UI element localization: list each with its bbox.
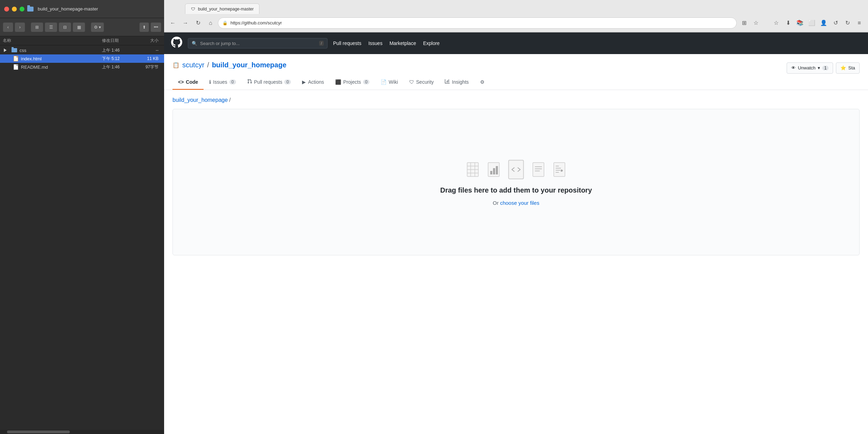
repo-title: 📋 scutcyr / build_your_homepage bbox=[172, 61, 286, 69]
repo-name-link[interactable]: build_your_homepage bbox=[212, 61, 286, 69]
projects-count: 0 bbox=[363, 80, 370, 84]
repo-actions: 👁 Unwatch ▾ 1 ⭐ Sta bbox=[787, 62, 860, 74]
traffic-lights bbox=[4, 7, 24, 12]
tab-pr-label: Pull requests bbox=[254, 79, 282, 85]
forward-nav-button[interactable]: → bbox=[180, 18, 191, 28]
tab-insights-label: Insights bbox=[452, 79, 469, 85]
menu-button[interactable]: ≡ bbox=[854, 18, 865, 28]
marketplace-link[interactable]: Marketplace bbox=[389, 40, 416, 46]
star-label: Sta bbox=[848, 65, 855, 70]
explore-link[interactable]: Explore bbox=[423, 40, 440, 46]
address-bar[interactable]: 🔒 https://github.com/scutcyr bbox=[218, 17, 737, 29]
code-file-icon bbox=[506, 158, 526, 181]
col-name-header[interactable]: 名称 bbox=[3, 38, 102, 44]
file-size: 97字节 bbox=[137, 64, 161, 70]
security-tab-icon: 🛡 bbox=[409, 79, 414, 85]
issue-icon: ℹ bbox=[209, 79, 211, 85]
browser-tab[interactable]: 🛡 build_your_homepage-master bbox=[185, 3, 259, 14]
reload-button[interactable]: ↻ bbox=[193, 18, 203, 28]
bookmarks-bar-button[interactable]: 📚 bbox=[795, 18, 805, 28]
horizontal-scrollbar[interactable] bbox=[0, 430, 164, 434]
file-date: 上午 1:46 bbox=[102, 64, 137, 70]
file-list: css 上午 1:46 -- index.html 下午 5:12 11 KB … bbox=[0, 45, 164, 430]
window-title: build_your_homepage-master bbox=[38, 6, 98, 12]
minimize-button[interactable] bbox=[12, 7, 17, 12]
col-size-header[interactable]: 大小 bbox=[137, 38, 161, 44]
unwatch-label: Unwatch bbox=[798, 65, 816, 70]
scrollbar-thumb[interactable] bbox=[7, 431, 70, 433]
unwatch-button[interactable]: 👁 Unwatch ▾ 1 bbox=[787, 62, 833, 74]
pull-requests-link[interactable]: Pull requests bbox=[333, 40, 361, 46]
star-icon: ⭐ bbox=[840, 65, 846, 70]
code-icon: <> bbox=[178, 79, 184, 85]
list-item[interactable]: css 上午 1:46 -- bbox=[0, 46, 164, 54]
column-headers: 名称 修改日期 大小 bbox=[0, 36, 164, 45]
tab-actions[interactable]: ▶ Actions bbox=[296, 75, 330, 90]
nav-links: Pull requests Issues Marketplace Explore bbox=[333, 40, 440, 46]
tab-title: build_your_homepage-master bbox=[198, 7, 253, 12]
repo-main: build_your_homepage / bbox=[164, 90, 868, 262]
repo-header: 📋 scutcyr / build_your_homepage 👁 Unwatc… bbox=[164, 54, 868, 90]
share-button[interactable]: ⬆ bbox=[139, 22, 149, 32]
issues-count: 0 bbox=[229, 80, 236, 84]
tab-security[interactable]: 🛡 Security bbox=[404, 75, 440, 90]
issues-link[interactable]: Issues bbox=[368, 40, 382, 46]
close-button[interactable] bbox=[4, 7, 9, 12]
extensions-button[interactable]: ⊞ bbox=[739, 18, 749, 28]
maximize-button[interactable] bbox=[20, 7, 24, 12]
tab-issues[interactable]: ℹ Issues 0 bbox=[204, 75, 241, 90]
toolbar-right: ⊞ ☆ ☆ ⬇ 📚 ⬜ 👤 ↺ ↻ ≡ bbox=[739, 18, 865, 28]
actions-icon: ▶ bbox=[302, 79, 306, 85]
insights-icon bbox=[445, 79, 450, 85]
tab-insights[interactable]: Insights bbox=[439, 75, 474, 90]
breadcrumb-repo-link[interactable]: build_your_homepage bbox=[172, 97, 228, 103]
forward-button[interactable]: › bbox=[15, 22, 25, 32]
github-content: 🔍 Search or jump to... / Pull requests I… bbox=[164, 32, 868, 434]
history-forward-button[interactable]: ↻ bbox=[842, 18, 853, 28]
view-columns-button[interactable]: ⊟ bbox=[59, 22, 71, 32]
history-back-button[interactable]: ↺ bbox=[830, 18, 841, 28]
col-date-header[interactable]: 修改日期 bbox=[102, 38, 137, 44]
svg-rect-7 bbox=[490, 171, 492, 174]
tab-settings[interactable]: ⚙ bbox=[475, 75, 490, 90]
star-button[interactable]: ⭐ Sta bbox=[836, 62, 860, 74]
tab-projects[interactable]: ⬛ Projects 0 bbox=[330, 75, 375, 90]
svg-rect-10 bbox=[509, 160, 524, 179]
view-gallery-button[interactable]: ▦ bbox=[73, 22, 85, 32]
repo-tabs: <> Code ℹ Issues 0 Pull requests 0 ▶ bbox=[172, 75, 860, 90]
view-list-button[interactable]: ☰ bbox=[45, 22, 57, 32]
file-icon bbox=[13, 55, 19, 62]
tab-grid-button[interactable]: ⬜ bbox=[807, 18, 817, 28]
home-button[interactable]: ⌂ bbox=[205, 18, 216, 28]
view-options-button[interactable]: ⚙ ▾ bbox=[91, 22, 104, 32]
repo-icon: 📋 bbox=[172, 62, 179, 68]
search-bar[interactable]: 🔍 Search or jump to... / bbox=[188, 38, 328, 48]
pr-count: 0 bbox=[284, 80, 291, 84]
choose-files-link[interactable]: choose your files bbox=[500, 200, 539, 206]
list-item[interactable]: index.html 下午 5:12 11 KB bbox=[0, 54, 164, 63]
list-item[interactable]: README.md 上午 1:46 97字节 bbox=[0, 63, 164, 71]
view-icons-button[interactable]: ⊞ bbox=[31, 22, 43, 32]
drop-main-text: Drag files here to add them to your repo… bbox=[440, 186, 592, 194]
drop-zone[interactable]: Drag files here to add them to your repo… bbox=[172, 109, 860, 255]
tab-pull-requests[interactable]: Pull requests 0 bbox=[242, 75, 297, 90]
file-name: index.html bbox=[21, 56, 102, 61]
watch-count: 1 bbox=[822, 66, 829, 70]
tab-code[interactable]: <> Code bbox=[172, 75, 204, 90]
file-date: 下午 5:12 bbox=[102, 56, 137, 62]
more-button[interactable]: ••• bbox=[150, 22, 161, 32]
download-button[interactable]: ⬇ bbox=[783, 18, 793, 28]
shield-icon: 🛡 bbox=[191, 7, 195, 12]
spacer-icon bbox=[3, 64, 10, 70]
account-button[interactable]: 👤 bbox=[818, 18, 829, 28]
profile-star-button[interactable]: ☆ bbox=[771, 18, 781, 28]
back-button[interactable]: ‹ bbox=[3, 22, 13, 32]
tab-code-label: Code bbox=[186, 79, 198, 85]
folder-icon bbox=[27, 7, 34, 12]
back-nav-button[interactable]: ← bbox=[168, 18, 178, 28]
bookmark-button[interactable]: ☆ bbox=[751, 18, 761, 28]
repo-owner-link[interactable]: scutcyr bbox=[182, 61, 204, 69]
archive-icon bbox=[464, 160, 481, 179]
file-name: README.md bbox=[21, 65, 102, 70]
tab-wiki[interactable]: 📄 Wiki bbox=[375, 75, 403, 90]
